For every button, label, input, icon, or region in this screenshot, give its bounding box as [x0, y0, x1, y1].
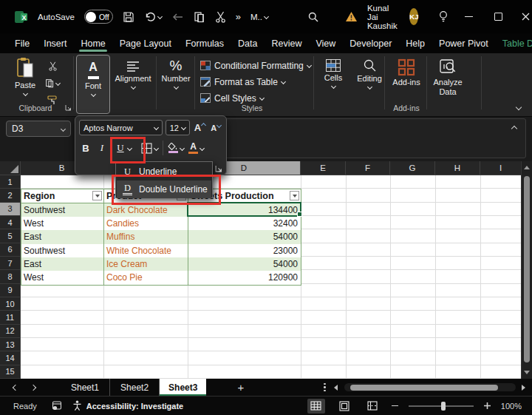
scroll-down-icon[interactable] [524, 371, 530, 374]
row-header-1[interactable]: 1 [0, 175, 20, 189]
header-cell-region[interactable]: Region [21, 189, 104, 202]
redo-icon[interactable] [171, 12, 184, 22]
user-name[interactable]: Kunal Jai Kaushik [367, 4, 400, 30]
sheet-tab-sheet1[interactable]: Sheet1 [61, 379, 110, 396]
formula-bar-collapse-chevron-icon[interactable] [511, 126, 517, 132]
tab-home[interactable]: Home [81, 36, 105, 52]
alignment-group-button[interactable]: Alignment [114, 61, 152, 89]
tab-formulas[interactable]: Formulas [185, 36, 224, 52]
fill-handle[interactable] [297, 212, 302, 217]
qat-overflow-button[interactable]: M.. [250, 13, 268, 21]
cell-C6[interactable]: White Chocolate [104, 244, 188, 257]
zoom-slider-handle[interactable] [441, 402, 446, 411]
cell-D5[interactable]: 54000 [188, 230, 301, 243]
save-icon[interactable] [123, 11, 134, 23]
menu-item-double-underline[interactable]: D Double Underline [117, 180, 211, 198]
accessibility-icon[interactable] [72, 400, 82, 411]
cell-C8[interactable]: Coco Pie [104, 271, 188, 284]
avatar[interactable]: KJ [409, 8, 418, 25]
page-break-view-button[interactable] [364, 399, 381, 414]
close-button[interactable] [520, 7, 532, 27]
minimize-button[interactable] [463, 7, 475, 27]
cell-D6[interactable]: 23000 [188, 244, 301, 257]
status-mode[interactable]: Ready [13, 402, 37, 411]
copy-button[interactable] [44, 76, 61, 90]
underline-split-button[interactable]: U [112, 142, 137, 154]
cell-D4[interactable]: 32400 [188, 217, 301, 230]
column-header-E[interactable]: E [301, 161, 346, 175]
accessibility-status[interactable]: Accessibility: Investigate [86, 402, 183, 411]
tab-data[interactable]: Data [238, 36, 257, 52]
tab-help[interactable]: Help [406, 36, 425, 52]
cell-C5[interactable]: Muffins [104, 230, 188, 243]
select-all-corner[interactable] [0, 161, 21, 175]
column-header-F[interactable]: F [346, 161, 390, 175]
format-as-table-button[interactable]: Format as Table [200, 74, 311, 90]
paste-button[interactable]: Paste [9, 57, 41, 95]
sheet-prev-icon[interactable] [13, 384, 18, 390]
row-header-3[interactable]: 3 [0, 203, 20, 216]
shrink-font-button[interactable]: A [209, 124, 222, 132]
tab-insert[interactable]: Insert [44, 36, 66, 52]
zoom-level[interactable]: 100% [501, 402, 522, 411]
copy-icon[interactable] [194, 11, 205, 23]
vertical-scroll-thumb[interactable] [524, 176, 530, 362]
tab-power-pivot[interactable]: Power Pivot [439, 36, 488, 52]
font-color-button[interactable]: A [188, 142, 204, 155]
borders-button[interactable] [141, 143, 158, 154]
tab-view[interactable]: View [316, 36, 335, 52]
record-macro-icon[interactable] [52, 401, 62, 411]
cell-C3[interactable]: Dark Chocolate [104, 203, 188, 217]
cut-icon[interactable] [215, 11, 226, 23]
cell-B3[interactable]: Southwest [21, 203, 104, 217]
row-header-7[interactable]: 7 [0, 257, 20, 270]
grow-font-button[interactable]: A [193, 122, 206, 133]
tab-table-design[interactable]: Table Design [502, 36, 532, 52]
font-size-combo[interactable]: 12 [166, 120, 191, 135]
cell-C4[interactable]: Candies [104, 217, 188, 230]
hscroll-right-icon[interactable] [522, 385, 525, 391]
hscroll-left-icon[interactable] [334, 385, 338, 391]
underline-chevron-icon[interactable] [127, 145, 132, 150]
cut-button[interactable] [44, 59, 61, 73]
cell-B6[interactable]: Southwest [21, 244, 104, 257]
undo-icon[interactable] [144, 11, 162, 23]
row-header-12[interactable]: 12 [0, 325, 20, 338]
zoom-out-icon[interactable] [392, 405, 398, 407]
lightbulb-icon[interactable] [438, 10, 449, 23]
font-name-combo[interactable]: Aptos Narrow [79, 120, 163, 135]
row-header-11[interactable]: 11 [0, 311, 20, 324]
ribbon-collapse-chevron-icon[interactable] [516, 104, 522, 110]
bold-button[interactable]: B [79, 143, 92, 154]
row-header-15[interactable]: 15 [0, 365, 20, 379]
sheet-menu-icon[interactable] [324, 383, 326, 392]
maximize-button[interactable] [492, 7, 505, 27]
column-header-H[interactable]: H [435, 161, 480, 175]
vertical-scrollbar[interactable] [521, 161, 532, 379]
normal-view-button[interactable] [307, 399, 325, 414]
cell-D8[interactable]: 120900 [188, 271, 301, 284]
cell-B7[interactable]: East [21, 257, 104, 271]
horizontal-scroll-thumb[interactable] [350, 385, 498, 391]
conditional-formatting-button[interactable]: Conditional Formatting [200, 58, 311, 73]
row-header-5[interactable]: 5 [0, 229, 20, 243]
row-header-6[interactable]: 6 [0, 243, 20, 257]
cell-B5[interactable]: East [21, 230, 104, 243]
tab-file[interactable]: File [15, 36, 30, 52]
column-header-G[interactable]: G [390, 161, 435, 175]
row-header-9[interactable]: 9 [0, 284, 20, 297]
add-sheet-button[interactable]: + [237, 381, 244, 394]
name-box[interactable]: D3 [6, 121, 71, 137]
row-header-8[interactable]: 8 [0, 270, 20, 283]
sheet-tab-sheet3[interactable]: Sheet3 [160, 379, 206, 396]
cell-D7[interactable]: 54000 [188, 257, 301, 271]
row-header-13[interactable]: 13 [0, 338, 20, 351]
clipboard-dialog-launcher-icon[interactable] [65, 104, 72, 112]
tab-page-layout[interactable]: Page Layout [120, 36, 171, 52]
row-header-4[interactable]: 4 [0, 216, 20, 229]
zoom-slider[interactable] [409, 405, 474, 407]
horizontal-scrollbar[interactable] [344, 383, 516, 391]
row-header-10[interactable]: 10 [0, 297, 20, 311]
page-layout-view-button[interactable] [335, 399, 353, 414]
filter-button-production[interactable] [290, 191, 299, 200]
